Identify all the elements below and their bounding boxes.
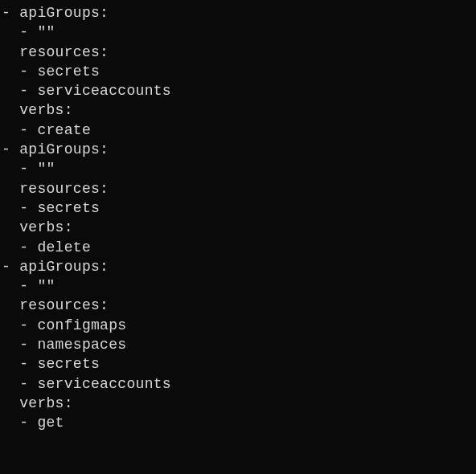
code-line: - "" — [2, 159, 474, 178]
code-line: - secrets — [2, 354, 474, 374]
code-line: - secrets — [2, 198, 474, 218]
code-line: verbs: — [2, 218, 474, 237]
code-line: resources: — [2, 296, 474, 315]
code-line: - "" — [2, 276, 474, 296]
code-line: resources: — [2, 43, 474, 62]
yaml-code-block: - apiGroups: - "" resources: - secrets -… — [2, 3, 474, 433]
code-line: - namespaces — [2, 335, 474, 354]
code-line: - apiGroups: — [2, 3, 474, 22]
code-line: verbs: — [2, 394, 474, 413]
code-line: - create — [2, 121, 474, 140]
code-line: - apiGroups: — [2, 140, 474, 159]
code-line: resources: — [2, 179, 474, 198]
code-line: - serviceaccounts — [2, 374, 474, 394]
code-line: - delete — [2, 238, 474, 257]
code-line: - "" — [2, 22, 474, 42]
code-line: - get — [2, 413, 474, 432]
code-line: verbs: — [2, 100, 474, 120]
code-line: - secrets — [2, 62, 474, 81]
code-line: - configmaps — [2, 316, 474, 335]
code-line: - apiGroups: — [2, 257, 474, 276]
code-line: - serviceaccounts — [2, 81, 474, 100]
